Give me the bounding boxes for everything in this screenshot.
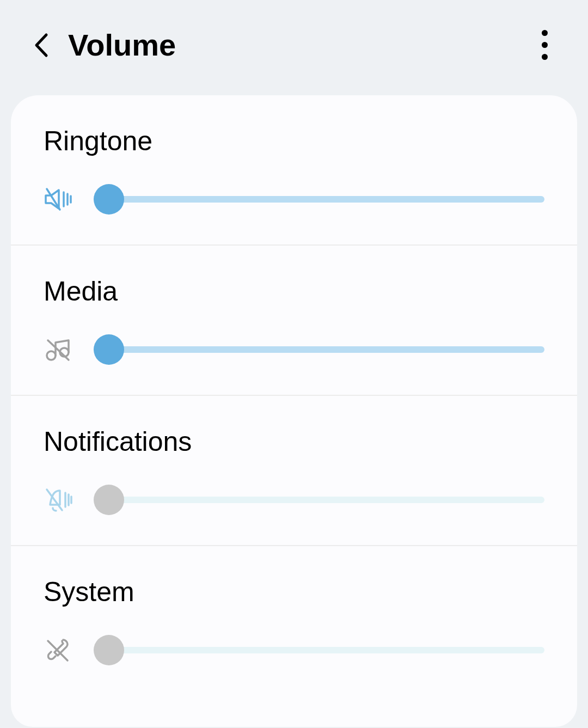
media-slider-track	[94, 346, 544, 353]
more-options-button[interactable]	[534, 29, 555, 62]
tools-muted-icon	[44, 635, 73, 665]
bell-muted-vibrate-icon	[44, 485, 73, 515]
notifications-slider-track	[94, 497, 544, 503]
more-icon-dot	[542, 42, 548, 48]
more-icon-dot	[542, 30, 548, 36]
svg-line-11	[48, 641, 68, 660]
header: Volume	[0, 0, 588, 87]
notifications-slider-thumb[interactable]	[94, 485, 124, 515]
ringtone-slider-thumb[interactable]	[94, 184, 124, 215]
notifications-slider-row	[44, 485, 544, 515]
volume-item-media: Media	[11, 246, 577, 396]
volume-item-ringtone: Ringtone	[11, 95, 577, 246]
notifications-slider[interactable]	[94, 485, 544, 515]
system-label: System	[44, 576, 544, 608]
media-slider-row	[44, 334, 544, 365]
system-slider-thumb[interactable]	[94, 635, 124, 665]
header-left: Volume	[30, 27, 176, 63]
page-title: Volume	[68, 27, 176, 63]
chevron-left-icon	[33, 33, 48, 58]
volume-item-system: System	[11, 546, 577, 695]
music-note-muted-icon	[44, 335, 73, 364]
more-icon-dot	[542, 54, 548, 60]
back-button[interactable]	[30, 34, 52, 56]
ringtone-label: Ringtone	[44, 125, 544, 157]
volume-item-notifications: Notifications	[11, 396, 577, 546]
system-slider-track	[94, 647, 544, 653]
media-slider[interactable]	[94, 334, 544, 365]
media-label: Media	[44, 276, 544, 307]
volume-panel: Ringtone Media	[11, 95, 577, 727]
speaker-muted-vibrate-icon	[44, 185, 73, 214]
ringtone-slider-track	[94, 196, 544, 203]
system-slider[interactable]	[94, 635, 544, 665]
svg-line-6	[48, 340, 69, 360]
svg-point-4	[47, 351, 56, 360]
ringtone-slider-row	[44, 184, 544, 215]
notifications-label: Notifications	[44, 426, 544, 457]
system-slider-row	[44, 635, 544, 665]
ringtone-slider[interactable]	[94, 184, 544, 215]
media-slider-thumb[interactable]	[94, 334, 124, 365]
